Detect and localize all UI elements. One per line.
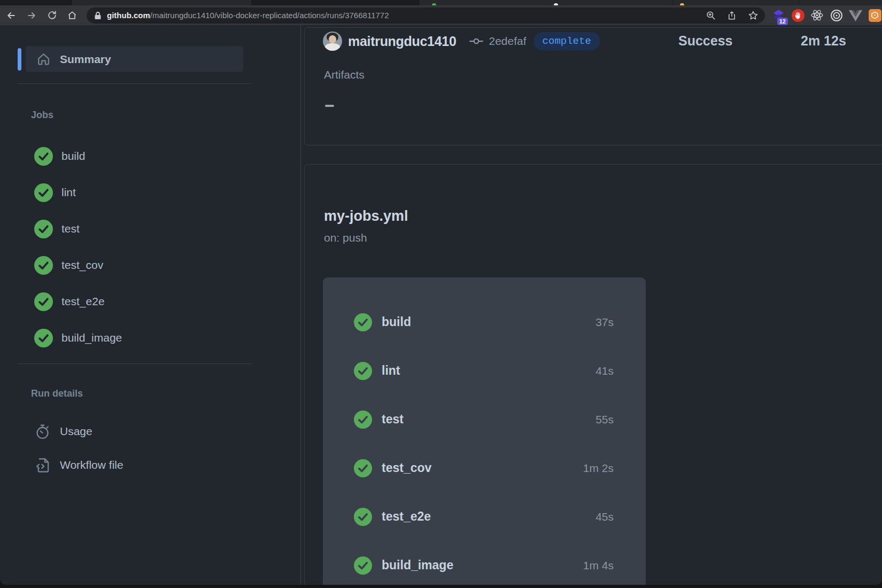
browser-tab[interactable] (420, 0, 672, 5)
graph-job-duration: 37s (595, 316, 614, 329)
commit-sha[interactable]: 2edefaf (489, 35, 527, 48)
graph-job-test[interactable]: test 55s (323, 395, 646, 444)
actor-login[interactable]: maitrungduc1410 (348, 34, 457, 49)
stopwatch-icon (34, 423, 51, 440)
artifacts-heading: Artifacts (324, 68, 365, 81)
check-circle-icon (34, 183, 53, 202)
graph-job-duration: 55s (595, 413, 614, 426)
run-duration: 2m 12s (801, 33, 846, 49)
browser-tab[interactable] (673, 0, 799, 5)
graph-job-duration: 1m 2s (583, 462, 614, 475)
status-badge: complete (533, 32, 600, 50)
sidebar-job-test-e2e[interactable]: test_e2e (34, 289, 105, 314)
bookmark-star-icon[interactable] (748, 10, 759, 21)
graph-job-name: test_e2e (382, 509, 431, 524)
sidebar-job-test[interactable]: test (34, 216, 80, 242)
jobs-section-header: Jobs (31, 110, 53, 121)
graph-job-lint[interactable]: lint 41s (323, 346, 646, 395)
browser-tab[interactable] (799, 0, 882, 5)
check-circle-icon (354, 556, 372, 575)
job-label: lint (61, 186, 76, 199)
graph-job-build[interactable]: build 37s (323, 298, 646, 346)
actions-run-page: Summary Jobs build lint test test_cov (0, 25, 882, 585)
workflow-file-icon (34, 457, 51, 474)
lock-icon (94, 11, 102, 20)
job-label: build (61, 150, 85, 163)
divider (17, 83, 251, 84)
extension-circles-icon[interactable] (829, 8, 844, 22)
sidebar: Summary Jobs build lint test test_cov (0, 25, 301, 585)
home-button[interactable] (65, 9, 79, 22)
share-icon[interactable] (727, 10, 737, 21)
git-commit-icon (468, 33, 484, 49)
browser-window: github.com/maitrungduc1410/viblo-docker-… (0, 0, 882, 585)
back-button[interactable] (4, 9, 18, 22)
graph-job-name: test (382, 412, 404, 427)
check-circle-icon (354, 313, 372, 331)
run-result: Success (678, 33, 732, 49)
browser-toolbar: github.com/maitrungduc1410/viblo-docker-… (0, 5, 882, 25)
divider (17, 363, 251, 364)
url-path: /maitrungduc1410/viblo-docker-replicated… (150, 11, 389, 20)
sidebar-item-label: Workflow file (60, 459, 123, 471)
artifacts-empty-dash (325, 105, 334, 107)
graph-job-duration: 45s (595, 510, 614, 523)
check-circle-icon (34, 220, 53, 238)
job-label: test_e2e (61, 295, 105, 308)
workflow-graph: build 37s lint 41s test 55s (323, 277, 646, 585)
job-label: test_cov (61, 259, 103, 272)
graph-job-build-image[interactable]: build_image 1m 4s (323, 541, 646, 585)
graph-job-name: lint (382, 363, 400, 378)
workflow-file-title: my-jobs.yml (324, 208, 408, 225)
check-circle-icon (354, 459, 372, 477)
workflow-trigger: on: push (324, 231, 367, 244)
browser-tab-strip[interactable] (0, 0, 882, 5)
workflow-card: my-jobs.yml on: push build 37s lint 41s (304, 164, 882, 585)
check-circle-icon (34, 147, 53, 166)
check-circle-icon (354, 508, 372, 526)
job-label: build_image (61, 331, 122, 344)
active-indicator (18, 48, 21, 71)
check-circle-icon (354, 411, 372, 429)
check-circle-icon (34, 256, 53, 275)
forward-button[interactable] (25, 9, 38, 22)
extension-react-icon[interactable] (810, 8, 824, 22)
run-details-section-header: Run details (31, 388, 83, 399)
graph-job-test-e2e[interactable]: test_e2e 45s (323, 492, 646, 541)
home-icon (36, 52, 51, 66)
run-summary-card: maitrungduc1410 2edefaf complete Success… (304, 27, 882, 145)
screen: github.com/maitrungduc1410/viblo-docker-… (0, 0, 882, 588)
extension-orange-icon[interactable] (868, 8, 882, 22)
zoom-icon[interactable] (706, 10, 716, 20)
sidebar-job-lint[interactable]: lint (34, 180, 76, 205)
check-circle-icon (354, 362, 372, 380)
graph-job-test-cov[interactable]: test_cov 1m 2s (323, 444, 646, 492)
address-bar[interactable]: github.com/maitrungduc1410/viblo-docker-… (87, 7, 765, 24)
sidebar-job-build-image[interactable]: build_image (34, 325, 122, 351)
graph-job-name: build (382, 315, 411, 329)
extension-adblock-icon[interactable] (791, 8, 805, 22)
graph-job-duration: 1m 4s (583, 559, 614, 572)
extension-badge: 12 (777, 18, 788, 25)
extension-purple-icon[interactable]: 12 (771, 8, 786, 22)
graph-job-duration: 41s (595, 365, 614, 377)
url-text: github.com/maitrungduc1410/viblo-docker-… (107, 11, 389, 20)
sidebar-item-usage[interactable]: Usage (34, 420, 92, 443)
check-circle-icon (34, 329, 53, 347)
url-host: github.com (107, 11, 150, 20)
reload-button[interactable] (45, 9, 59, 22)
avatar[interactable] (323, 32, 342, 51)
check-circle-icon (34, 292, 53, 311)
browser-tab[interactable] (72, 0, 251, 5)
job-label: test (61, 222, 80, 235)
main-panel: maitrungduc1410 2edefaf complete Success… (301, 25, 882, 585)
sidebar-item-label: Summary (60, 53, 111, 66)
sidebar-item-workflow-file[interactable]: Workflow file (34, 453, 123, 477)
extension-vue-icon[interactable] (848, 8, 863, 22)
sidebar-item-label: Usage (60, 425, 92, 438)
sidebar-job-test-cov[interactable]: test_cov (34, 252, 103, 278)
run-header: maitrungduc1410 2edefaf complete (323, 32, 600, 51)
graph-job-name: test_cov (382, 461, 431, 475)
sidebar-item-summary[interactable]: Summary (26, 46, 243, 72)
sidebar-job-build[interactable]: build (34, 143, 85, 169)
